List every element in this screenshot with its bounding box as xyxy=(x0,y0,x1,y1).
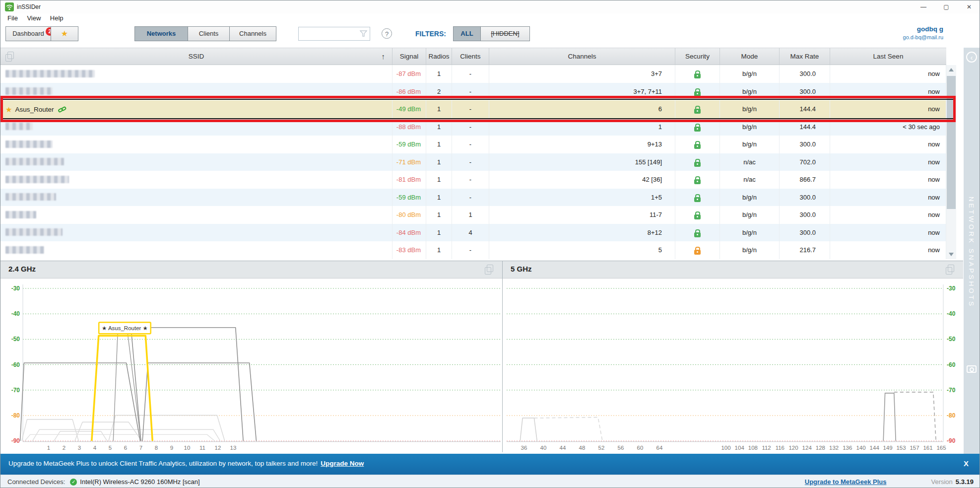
table-row[interactable]: -81 dBm1-42 [36]n/ac866.7now xyxy=(0,171,946,189)
table-row[interactable]: -83 dBm1-5b/g/n216.7now xyxy=(0,241,946,259)
help-icon[interactable]: ? xyxy=(382,28,392,39)
column-channels[interactable]: Channels xyxy=(489,48,675,65)
version-label: Version xyxy=(931,478,952,486)
search-box xyxy=(298,27,370,41)
cell-security xyxy=(675,241,720,259)
connected-devices-label: Connected Devices: xyxy=(7,478,65,486)
version-value: 5.3.19 xyxy=(956,478,974,486)
favorites-filter-button[interactable]: ★ xyxy=(51,26,78,41)
banner-text: Upgrade to MetaGeek Plus to unlock Clien… xyxy=(8,460,364,467)
x-axis-label: 149 xyxy=(883,445,892,451)
table-row[interactable]: ★Asus_Router-49 dBm1-6b/g/n144.4now xyxy=(0,100,946,118)
cell-signal: -83 dBm xyxy=(392,241,426,259)
dashboard-button[interactable]: Dashboard 2 xyxy=(5,26,51,41)
upgrade-now-link[interactable]: Upgrade Now xyxy=(321,460,364,467)
cell-lastseen: now xyxy=(830,241,946,259)
copy-chart-icon[interactable] xyxy=(946,267,952,275)
x-axis-label: 6 xyxy=(124,445,127,451)
cell-mode: b/g/n xyxy=(720,65,780,83)
table-scrollbar[interactable] xyxy=(946,65,956,259)
scroll-up-icon[interactable] xyxy=(949,68,954,71)
sort-arrow-icon[interactable]: ↑ xyxy=(382,48,386,65)
banner-close-icon[interactable]: X xyxy=(964,459,969,468)
table-row[interactable]: -59 dBm1-9+13b/g/n300.0now xyxy=(0,136,946,153)
upgrade-metageek-link[interactable]: Upgrade to MetaGeek Plus xyxy=(805,478,887,486)
cell-mode: b/g/n xyxy=(720,206,780,224)
x-axis-label: 64 xyxy=(656,445,663,451)
network-snapshots-panel[interactable]: ‹ NETWORK SNAPSHOTS xyxy=(964,48,980,454)
scrollbar-thumb[interactable] xyxy=(947,76,956,209)
column-signal[interactable]: Signal xyxy=(392,48,426,65)
cell-lastseen: now xyxy=(830,100,946,118)
cell-mode: n/ac xyxy=(720,171,780,189)
user-name[interactable]: godbq g xyxy=(917,25,943,33)
search-input[interactable] xyxy=(301,29,357,40)
column-lastseen[interactable]: Last Seen xyxy=(830,48,946,65)
x-axis-label: 9 xyxy=(170,445,173,451)
cell-signal: -84 dBm xyxy=(392,224,426,242)
x-axis-label: 140 xyxy=(856,445,865,451)
cell-channels: 11-7 xyxy=(489,206,675,224)
check-icon: ✓ xyxy=(70,479,77,486)
scroll-down-icon[interactable] xyxy=(949,253,954,256)
cell-radios: 1 xyxy=(426,118,452,136)
lock-icon xyxy=(694,179,701,184)
cell-ssid xyxy=(0,136,392,153)
lock-icon xyxy=(694,232,701,237)
x-axis-label: 153 xyxy=(896,445,906,451)
column-clients[interactable]: Clients xyxy=(452,48,489,65)
table-row[interactable]: -71 dBm1-155 [149]n/ac702.0now xyxy=(0,153,946,171)
table-row[interactable]: -84 dBm148+12b/g/n300.0now xyxy=(0,224,946,242)
filter-all-button[interactable]: ALL xyxy=(453,26,481,41)
close-button[interactable]: ✕ xyxy=(958,0,980,13)
column-mode[interactable]: Mode xyxy=(720,48,780,65)
cell-radios: 1 xyxy=(426,241,452,259)
cell-maxrate: 144.4 xyxy=(780,118,830,136)
y-axis-label: -90 xyxy=(11,437,20,444)
menu-help[interactable]: Help xyxy=(50,13,64,23)
tab-clients[interactable]: Clients xyxy=(188,26,230,41)
copy-chart-icon[interactable] xyxy=(485,267,491,275)
expand-panel-icon[interactable]: ‹ xyxy=(966,52,977,63)
column-radios[interactable]: Radios xyxy=(426,48,452,65)
table-row[interactable]: -59 dBm1-1+5b/g/n300.0now xyxy=(0,189,946,207)
ssid-blurred xyxy=(5,211,36,218)
column-security[interactable]: Security xyxy=(675,48,720,65)
cell-signal: -81 dBm xyxy=(392,171,426,189)
chart-5ghz-title: 5 GHz xyxy=(511,265,532,273)
y-axis-label: -90 xyxy=(947,437,956,444)
menu-view[interactable]: View xyxy=(27,13,41,23)
maximize-button[interactable]: ▢ xyxy=(935,0,958,13)
favorite-star-icon[interactable]: ★ xyxy=(5,105,12,114)
table-row[interactable]: -80 dBm1111-7b/g/n300.0now xyxy=(0,206,946,224)
cell-radios: 1 xyxy=(426,65,452,83)
chart-24ghz-title: 2.4 GHz xyxy=(8,265,36,273)
y-axis-label: -50 xyxy=(11,336,20,343)
filter-hidden-button[interactable]: [HIDDEN] xyxy=(480,26,530,41)
cell-radios: 2 xyxy=(426,83,452,101)
copy-table-icon[interactable] xyxy=(5,54,12,62)
y-axis-label: -60 xyxy=(947,361,956,368)
table-row[interactable]: -88 dBm1-1b/g/n144.4< 30 sec ago xyxy=(0,118,946,136)
menu-file[interactable]: File xyxy=(7,13,18,23)
tab-networks[interactable]: Networks xyxy=(134,26,188,41)
cell-clients: - xyxy=(452,241,489,259)
cell-maxrate: 300.0 xyxy=(780,206,830,224)
x-axis-label: 48 xyxy=(579,445,586,451)
minimize-button[interactable]: — xyxy=(912,0,935,13)
window-title: inSSIDer xyxy=(17,3,41,10)
table-row[interactable]: -86 dBm2-3+7, 7+11b/g/n300.0now xyxy=(0,83,946,101)
filters-label: FILTERS: xyxy=(415,30,446,38)
table-row[interactable]: -87 dBm1-3+7b/g/n300.0now xyxy=(0,65,946,83)
tab-channels[interactable]: Channels xyxy=(229,26,276,41)
lock-icon xyxy=(694,197,701,202)
cell-mode: b/g/n xyxy=(720,83,780,101)
column-ssid[interactable]: SSID ↑ xyxy=(0,48,392,65)
ssid-blurred xyxy=(5,176,69,183)
upgrade-banner: Upgrade to MetaGeek Plus to unlock Clien… xyxy=(0,454,980,475)
camera-icon xyxy=(967,365,977,373)
cell-signal: -80 dBm xyxy=(392,206,426,224)
cell-channels: 9+13 xyxy=(489,136,675,153)
lock-icon xyxy=(694,214,701,219)
column-maxrate[interactable]: Max Rate xyxy=(780,48,830,65)
